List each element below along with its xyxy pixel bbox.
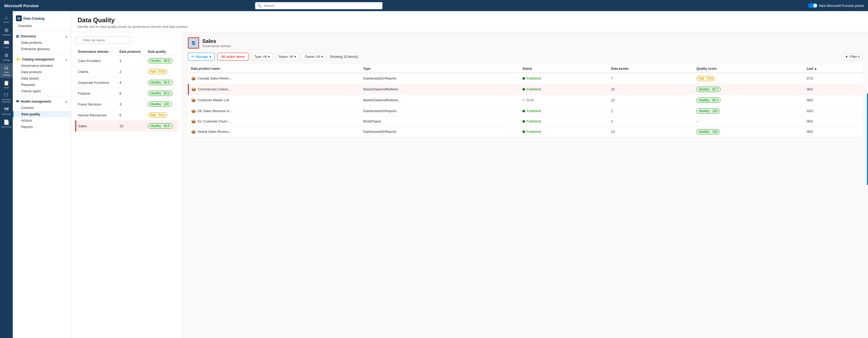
domain-table-row[interactable]: Corporate Functions 4 Healthy 86.5 <box>76 77 178 88</box>
quality-badge: Healthy 89.6 <box>148 58 173 63</box>
published-dot <box>522 110 525 112</box>
rail-label-data-policy: Data policy <box>1 126 12 128</box>
product-type-cell: DashboardsOrReports <box>361 127 520 137</box>
data-product-row[interactable]: 📦 DE Sales Revenue In... DashboardsOrRep… <box>188 106 863 116</box>
product-quality-cell: Healthy 100 <box>693 106 804 116</box>
nav-group-catalog-management[interactable]: 📁 Catalog management ▲ <box>13 56 71 63</box>
domain-name-cell: Care Providers <box>76 56 118 66</box>
type-filter-pill[interactable]: Type: All ▾ <box>251 53 273 60</box>
data-product-row[interactable]: 📦 Commercial Custom... MasterDataAndRefe… <box>188 84 863 95</box>
nav-group-health-management[interactable]: ❤ Health management ▲ <box>13 98 71 105</box>
nav-item-actions[interactable]: Actions <box>13 117 71 124</box>
rail-label-audit: Audit <box>4 87 9 89</box>
sort-product-name[interactable]: Data product name ↑ <box>191 67 358 70</box>
domain-table-row[interactable]: Finance 6 Healthy 93.2 <box>76 88 178 99</box>
sort-governance-domain[interactable]: Governance domain ↑ <box>78 50 116 54</box>
domain-quality-cell: Healthy 93.2 <box>146 88 178 99</box>
published-dot <box>522 130 525 133</box>
product-status-cell: Published <box>520 116 608 127</box>
actions-label: Actions <box>21 119 32 123</box>
manage-button[interactable]: ✏ Manage ▾ <box>188 53 215 61</box>
col-data-products-header: Data products <box>117 48 146 56</box>
search-input[interactable] <box>255 2 382 9</box>
status-filter-pill[interactable]: Status: All ▾ <box>276 53 300 60</box>
product-assets-cell: 1 <box>609 106 694 116</box>
sort-last[interactable]: Last ▲ <box>807 67 860 70</box>
domain-quality-cell: Healthy 100 <box>146 99 178 110</box>
nav-item-classic-types[interactable]: Classic types <box>13 88 71 94</box>
app-logo: Microsoft Purview <box>4 3 38 8</box>
page-subtitle: Identify and fix data quality issues by … <box>78 25 862 29</box>
page-title: Data Quality <box>78 16 862 24</box>
data-map-icon: 🗺 <box>4 107 9 112</box>
portal-toggle[interactable]: New Microsoft Purview portal <box>808 3 864 8</box>
product-name-cell: 📦 EU Customer Churn ... <box>188 116 361 127</box>
nav-item-reports[interactable]: Reports <box>13 124 71 130</box>
filter-right-pill[interactable]: ▼ Filter b <box>842 53 863 60</box>
status-published: Published <box>522 120 606 123</box>
nav-item-controls[interactable]: Controls <box>13 105 71 111</box>
catalog-management-label: Catalog management <box>22 58 54 61</box>
domain-table-row[interactable]: Sales 15 Healthy 90.5 <box>76 121 178 132</box>
quality-score-badge-healthy: Healthy 100 <box>696 129 720 134</box>
rail-item-learn[interactable]: 📖 Learn <box>0 38 13 50</box>
rail-item-home[interactable]: ⌂ Home <box>0 13 13 25</box>
published-dot <box>522 120 525 123</box>
rail-item-data-map[interactable]: 🗺 Data Map <box>0 105 13 117</box>
domain-table-row[interactable]: Human Resources 5 Fair 74.3 <box>76 110 178 121</box>
domain-table-row[interactable]: Claims 2 Fair 73.9 <box>76 66 178 77</box>
domain-table-row[interactable]: Fraud Services 3 Healthy 100 <box>76 99 178 110</box>
sales-detail-panel: S Sales Governance domain ✏ Manage ▾ 86 … <box>183 32 868 338</box>
rail-item-settings[interactable]: ⚙ Settings <box>0 51 13 63</box>
rail-item-info-protection[interactable]: 🛡 Information Protection <box>0 91 13 105</box>
data-product-row[interactable]: 📦 EU Customer Churn ... ModelTypes Publi… <box>188 116 863 127</box>
classic-types-label: Classic types <box>21 89 41 93</box>
discovery-chevron: ▲ <box>65 35 68 38</box>
discovery-group-icon: ⊞ <box>16 34 19 38</box>
product-name-cell: 📦 Canada Sales Reven... <box>188 73 361 84</box>
product-name-cell: 📦 Commercial Custom... <box>188 84 361 95</box>
owner-filter-pill[interactable]: Owner: All ▾ <box>302 53 326 60</box>
product-quality-cell: Healthy 92.7 <box>693 84 804 95</box>
data-product-row[interactable]: 📦 Customer Master List MasterDataAndRefe… <box>188 95 863 106</box>
nav-item-data-products[interactable]: Data products <box>13 39 71 46</box>
nav-item-overview[interactable]: Overview <box>13 23 71 29</box>
nav-item-data-quality[interactable]: Data quality <box>13 111 71 117</box>
nav-item-requests[interactable]: Requests <box>13 82 71 88</box>
rail-item-solutions[interactable]: ⊞ Solutions <box>0 26 13 38</box>
quality-score-badge-healthy: Healthy 92.7 <box>696 87 721 92</box>
governance-domains-label: Governance domains <box>21 64 53 68</box>
domain-quality-cell: Fair 73.9 <box>146 66 178 77</box>
catalog-header[interactable]: 🗂 Data Catalog <box>13 13 71 23</box>
domain-table-row[interactable]: Care Providers 3 Healthy 89.6 <box>76 56 178 66</box>
rail-item-audit[interactable]: 📋 Audit <box>0 78 13 91</box>
quality-badge: Healthy 90.5 <box>148 123 173 129</box>
domain-quality-cell: Healthy 90.5 <box>146 121 178 132</box>
domain-table: Governance domain ↑ Data products Data q… <box>75 48 178 132</box>
requests-label: Requests <box>21 83 35 87</box>
health-management-group-icon: ❤ <box>16 99 19 104</box>
product-last-cell: 08/2 <box>804 127 863 137</box>
published-dot <box>522 88 525 91</box>
manage-chevron-icon: ▾ <box>210 55 211 59</box>
data-product-row[interactable]: 📦 Global Sales Revenu... DashboardsOrRep… <box>188 127 863 137</box>
rail-item-data-policy[interactable]: 📄 Data policy <box>0 118 13 130</box>
product-quality-cell: Healthy 100 <box>693 127 804 137</box>
filter-by-name-input[interactable] <box>75 36 131 44</box>
product-quality-cell: Fair 73.6 <box>693 73 804 84</box>
nav-item-governance-domains[interactable]: Governance domains <box>13 63 71 69</box>
search-bar[interactable]: 🔍 <box>255 2 382 9</box>
nav-item-data-products-mgmt[interactable]: Data products <box>13 69 71 75</box>
draft-icon: ✏ <box>522 98 525 102</box>
quality-none: -- <box>696 120 699 123</box>
nav-group-discovery[interactable]: ⊞ Discovery ▲ <box>13 33 71 39</box>
product-icon: 📦 <box>191 130 196 134</box>
data-product-row[interactable]: 📦 Canada Sales Reven... DashboardsOrRepo… <box>188 73 863 84</box>
action-items-button[interactable]: 86 action items <box>217 53 248 61</box>
rail-item-data-catalog[interactable]: 🗂 Data Catalog <box>0 63 13 78</box>
nav-item-enterprise-glossary[interactable]: Enterprise glossary <box>13 46 71 52</box>
product-quality-cell: Healthy 95.2 <box>693 95 804 106</box>
sort-arrow-last: ▲ <box>814 67 817 70</box>
nav-item-data-assets[interactable]: Data assets <box>13 75 71 82</box>
search-icon: 🔍 <box>257 4 261 8</box>
